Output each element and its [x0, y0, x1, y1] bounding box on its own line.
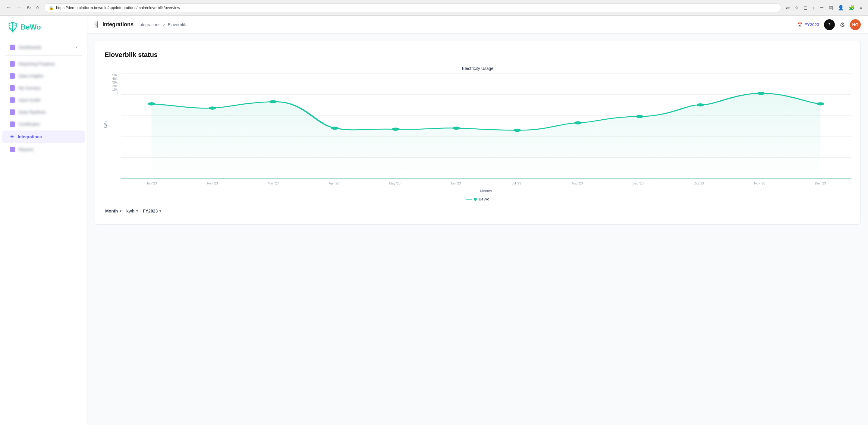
input-icon	[10, 97, 15, 103]
eloverblik-card: Eloverblik status Electricity Usage 50k …	[95, 41, 861, 224]
sidebar-section-main: Dashboards ▾ Reporting Progress Data Ins…	[0, 38, 87, 158]
insights-icon	[10, 73, 15, 79]
x-label-jul: Jul '23	[486, 181, 547, 185]
data-point-aug	[574, 121, 581, 124]
gear-icon: ⚙	[840, 21, 845, 28]
pocket-icon[interactable]: ◻	[803, 4, 808, 11]
chart-plot: Jan '23 Feb '23 Mar '23 Apr '23 May '23 …	[121, 73, 851, 188]
month-control[interactable]: Month ▾	[104, 207, 122, 215]
chart-svg	[121, 73, 851, 179]
reader-icon[interactable]: ▤	[828, 4, 834, 11]
sidebar-item-integrations[interactable]: ✦ Integrations	[2, 130, 85, 143]
url-text: https://demo.platform.bewo.io/app/integr…	[56, 5, 180, 10]
chart-legend: BeWo	[104, 197, 851, 201]
sidebar-item-label-reports: Reports	[19, 147, 33, 152]
sidebar-item-my-surveys[interactable]: My Surveys	[2, 82, 85, 94]
forward-button[interactable]: →	[15, 3, 23, 12]
kwh-chevron-icon: ▾	[136, 209, 138, 213]
app-layout: BeWo Dashboards ▾ Reporting Progress Dat…	[0, 16, 868, 425]
x-label-jun: Jun '23	[425, 181, 486, 185]
sidebar-item-data-pipelines[interactable]: Data Pipelines	[2, 107, 85, 118]
fy2023-control[interactable]: FY2023 ▾	[142, 207, 162, 215]
y-label-40k: 40k	[112, 77, 118, 81]
pipelines-icon	[10, 110, 15, 115]
breadcrumb-eloverblik[interactable]: Eloverblik	[167, 22, 186, 27]
breadcrumb-integrations[interactable]: Integrations	[138, 22, 160, 27]
browser-toolbar: ⇌ ☆ ◻ ↓ ☰ ▤ 👤 🧩 ≡	[785, 4, 863, 11]
legend-line	[466, 199, 472, 200]
sidebar-item-dashboards[interactable]: Dashboards ▾	[2, 41, 85, 53]
download-icon[interactable]: ↓	[811, 4, 815, 11]
sidebar-item-certificates[interactable]: Certificates	[2, 118, 85, 130]
y-label-0: 0	[116, 91, 118, 95]
home-button[interactable]: ⌂	[35, 3, 40, 12]
sidebar-item-data-insights[interactable]: Data Insights	[2, 70, 85, 82]
y-label-50k: 50k	[112, 73, 118, 77]
sidebar: BeWo Dashboards ▾ Reporting Progress Dat…	[0, 16, 87, 425]
reload-button[interactable]: ↻	[25, 3, 32, 12]
sidebar-item-reporting-progress[interactable]: Reporting Progress	[2, 58, 85, 70]
y-label-20k: 20k	[112, 84, 118, 88]
bookmark-icon[interactable]: ☆	[794, 4, 800, 11]
fy2023-chevron-icon: ▾	[159, 209, 161, 213]
reporting-icon	[10, 61, 15, 67]
data-point-oct	[697, 103, 704, 107]
x-label-feb: Feb '23	[182, 181, 243, 185]
sidebar-item-label-insights: Data Insights	[19, 73, 43, 79]
page-content: Eloverblik status Electricity Usage 50k …	[87, 34, 868, 425]
x-axis-title: Months	[104, 189, 851, 193]
account-icon[interactable]: 👤	[837, 4, 845, 11]
extensions-icon[interactable]: 🧩	[848, 4, 856, 11]
sidebar-item-reports[interactable]: Reports	[2, 144, 85, 155]
y-axis-title: kWh	[104, 121, 107, 128]
breadcrumb-sep: >	[163, 22, 165, 27]
x-label-sep: Sep '23	[608, 181, 669, 185]
breadcrumb: Integrations > Eloverblik	[138, 22, 186, 27]
sidebar-item-label-pipelines: Data Pipelines	[19, 110, 46, 115]
fy2023-label: FY2023	[143, 209, 158, 213]
sidebar-item-label-dashboards: Dashboards	[19, 45, 41, 50]
x-label-dec: Dec '23	[790, 181, 851, 185]
chart-controls: Month ▾ kwh ▾ FY2023 ▾	[104, 207, 851, 215]
user-avatar[interactable]: HG	[850, 19, 861, 30]
x-label-mar: Mar '23	[243, 181, 304, 185]
help-label: ?	[828, 22, 831, 27]
month-chevron-icon: ▾	[120, 209, 121, 213]
fiscal-year-label: FY2023	[804, 22, 819, 27]
legend-dot	[474, 198, 477, 201]
chart-container: Electricity Usage 50k 40k 30k 20k 10k 0	[104, 66, 851, 215]
data-point-jul	[514, 129, 521, 132]
kwh-control[interactable]: kwh ▾	[126, 207, 138, 215]
page-title: Integrations	[102, 21, 133, 28]
address-bar[interactable]: 🔒 https://demo.platform.bewo.io/app/inte…	[44, 3, 781, 12]
help-button[interactable]: ?	[824, 19, 835, 30]
translate-icon[interactable]: ⇌	[785, 4, 790, 11]
fiscal-year-button[interactable]: 📅 FY2023	[798, 22, 819, 27]
data-point-sep	[636, 115, 643, 118]
kwh-label: kwh	[126, 209, 134, 213]
logo-icon	[7, 22, 18, 33]
settings-button[interactable]: ⚙	[840, 21, 845, 28]
back-button[interactable]: ←	[5, 3, 13, 12]
y-label-30k: 30k	[112, 81, 118, 84]
y-label-10k: 10k	[112, 88, 118, 91]
y-axis-labels: 50k 40k 30k 20k 10k 0	[104, 73, 121, 104]
avatar-label: HG	[852, 22, 859, 27]
sidebar-logo: BeWo	[0, 16, 87, 38]
dashboards-icon	[10, 44, 15, 50]
nav-buttons: ← → ↻ ⌂	[5, 3, 40, 12]
sidebar-item-label-reporting: Reporting Progress	[19, 61, 55, 66]
reports-icon	[10, 147, 15, 152]
x-label-oct: Oct '23	[669, 181, 730, 185]
sidebar-item-label-integrations: Integrations	[18, 134, 42, 139]
data-point-may	[392, 127, 399, 130]
integrations-icon: ✦	[10, 133, 14, 140]
legend-bewo: BeWo	[466, 197, 489, 201]
page-back-button[interactable]: ‹	[95, 21, 98, 28]
logo-text: BeWo	[21, 23, 41, 31]
sidebar-item-input-guide[interactable]: Input Guide	[2, 94, 85, 106]
library-icon[interactable]: ☰	[818, 4, 825, 11]
sidebar-item-label-surveys: My Surveys	[19, 86, 41, 90]
surveys-icon	[10, 85, 15, 91]
menu-icon[interactable]: ≡	[859, 4, 863, 11]
